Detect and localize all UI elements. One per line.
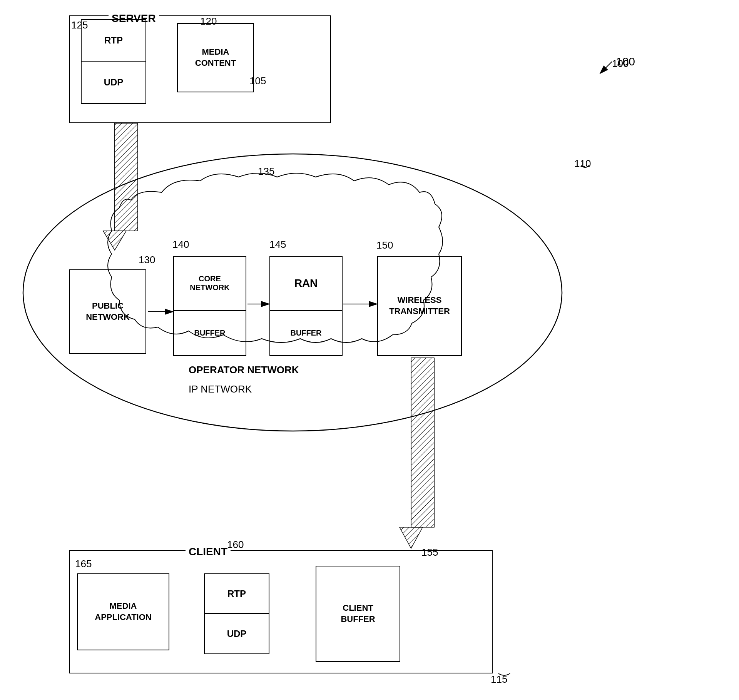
- client-rtp-cell: RTP: [205, 574, 269, 614]
- svg-marker-13: [400, 527, 423, 548]
- svg-rect-4: [115, 123, 138, 231]
- ref-125: 125: [71, 19, 88, 31]
- svg-marker-5: [103, 231, 126, 250]
- ran-buffer-label: BUFFER: [270, 311, 342, 355]
- media-content-label: MEDIACONTENT: [195, 47, 236, 68]
- core-network-top-label: CORENETWORK: [174, 257, 246, 311]
- diagram-container: OPERATOR NETWORK IP NETWORK: [0, 0, 739, 700]
- ref-100: 100: [612, 58, 629, 70]
- wireless-transmitter-box: WIRELESSTRANSMITTER: [377, 256, 462, 356]
- ran-top-label: RAN: [270, 257, 342, 311]
- svg-line-24: [600, 62, 612, 73]
- ran-box: RAN BUFFER: [269, 256, 343, 356]
- media-application-label: MEDIAAPPLICATION: [95, 601, 151, 623]
- ref-155: 155: [421, 546, 438, 558]
- wireless-transmitter-label: WIRELESSTRANSMITTER: [389, 295, 450, 317]
- server-udp-cell: UDP: [82, 62, 145, 103]
- server-rtp-cell: RTP: [82, 20, 145, 62]
- client-rtp-udp-box: RTP UDP: [204, 573, 269, 654]
- ref-130: 130: [139, 254, 155, 266]
- media-application-box: MEDIAAPPLICATION: [77, 573, 169, 650]
- public-network-box: PUBLICNETWORK: [69, 269, 146, 354]
- ref-140: 140: [172, 239, 189, 251]
- svg-text:OPERATOR NETWORK: OPERATOR NETWORK: [189, 364, 299, 376]
- ref-115: 115: [491, 673, 507, 685]
- client-label: CLIENT: [186, 546, 231, 558]
- svg-rect-12: [411, 358, 434, 527]
- core-network-buffer-label: BUFFER: [174, 311, 246, 355]
- core-network-box: CORENETWORK BUFFER: [173, 256, 246, 356]
- ref-105: 105: [249, 75, 266, 87]
- media-content-box: MEDIACONTENT: [177, 23, 254, 92]
- client-udp-cell: UDP: [205, 614, 269, 653]
- client-buffer-label: CLIENTBUFFER: [341, 603, 375, 625]
- ref-110: 110: [574, 158, 591, 170]
- public-network-label: PUBLICNETWORK: [86, 301, 130, 322]
- server-rtp-udp-box: RTP UDP: [81, 19, 146, 104]
- client-buffer-box: CLIENTBUFFER: [316, 566, 400, 662]
- ref-150: 150: [376, 239, 393, 251]
- ref-145: 145: [269, 239, 286, 251]
- ref-135: 135: [258, 165, 274, 177]
- ref-120: 120: [200, 15, 217, 27]
- svg-text:IP NETWORK: IP NETWORK: [189, 383, 252, 395]
- ref-165: 165: [75, 558, 92, 570]
- ref-160: 160: [227, 539, 244, 551]
